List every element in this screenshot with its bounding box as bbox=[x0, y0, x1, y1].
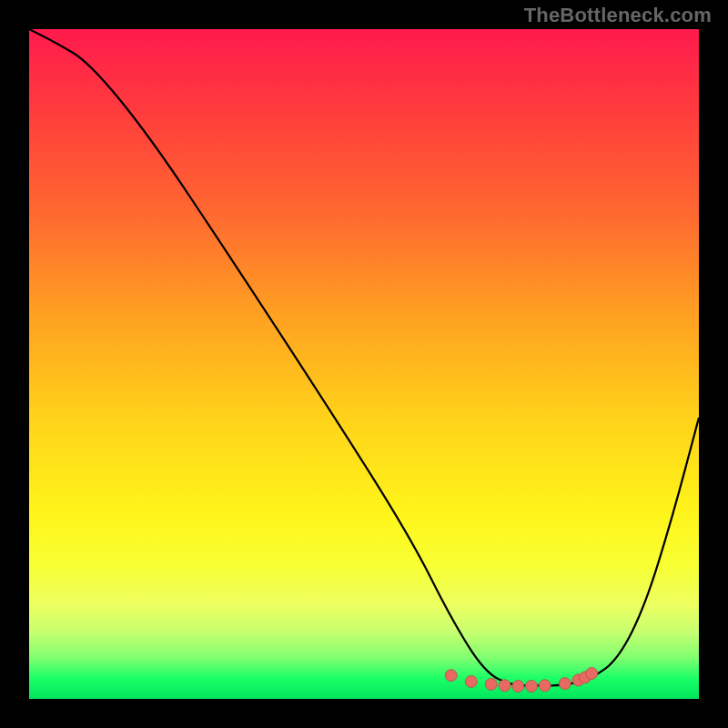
chart-container: TheBottleneck.com bbox=[0, 0, 728, 728]
background-gradient bbox=[29, 29, 699, 699]
plot-area bbox=[29, 29, 699, 699]
watermark-text: TheBottleneck.com bbox=[524, 4, 712, 27]
